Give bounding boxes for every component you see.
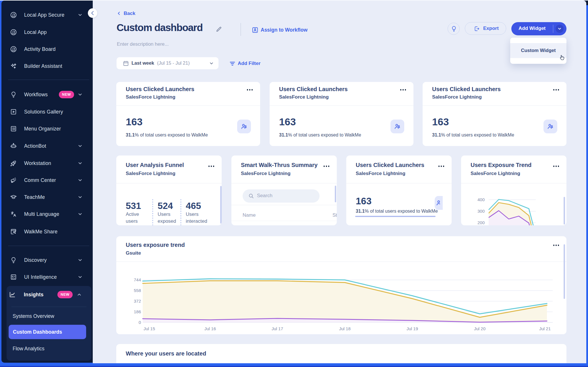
svg-text:400: 400 bbox=[477, 197, 485, 202]
svg-text:Jul 19: Jul 19 bbox=[407, 326, 418, 331]
svg-text:Jul 21: Jul 21 bbox=[539, 326, 551, 331]
svg-text:Jul 15: Jul 15 bbox=[144, 326, 155, 331]
svg-text:300: 300 bbox=[477, 209, 485, 214]
svg-text:Jul 17: Jul 17 bbox=[272, 326, 283, 331]
svg-text:186: 186 bbox=[134, 309, 141, 314]
svg-text:Jul 20: Jul 20 bbox=[474, 326, 486, 331]
svg-text:200: 200 bbox=[477, 220, 485, 225]
svg-text:744: 744 bbox=[134, 277, 141, 282]
svg-text:372: 372 bbox=[134, 299, 141, 303]
svg-text:Jul 18: Jul 18 bbox=[339, 326, 351, 331]
svg-text:558: 558 bbox=[134, 288, 141, 293]
svg-text:0: 0 bbox=[139, 320, 141, 325]
svg-text:Jul 16: Jul 16 bbox=[204, 326, 216, 331]
